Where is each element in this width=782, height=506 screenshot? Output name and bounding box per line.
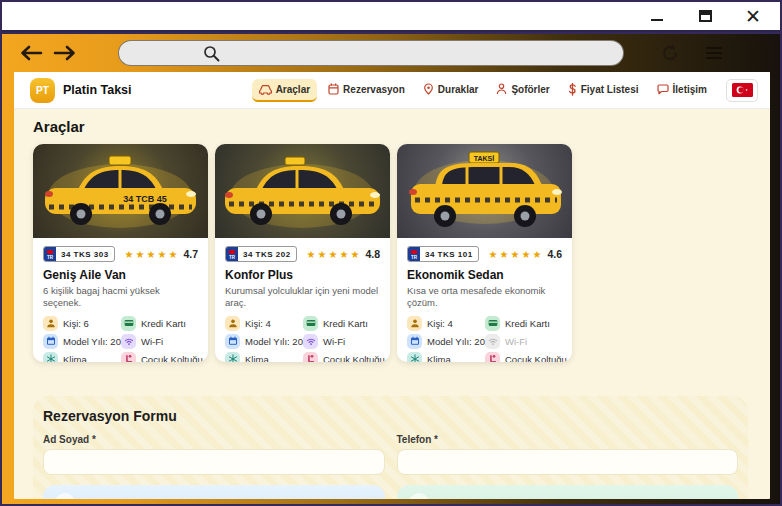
nav-item-duraklar[interactable]: Duraklar [416, 78, 486, 102]
feature-ac: Klima [225, 351, 303, 362]
calendar-icon [328, 83, 339, 95]
turkish-flag-icon [732, 83, 753, 97]
browser-toolbar [2, 34, 780, 72]
feature-label: Kredi Kartı [505, 318, 550, 329]
nav-label: Araçlar [276, 84, 310, 95]
chat-icon [657, 84, 669, 95]
nav-item-fiyat-listesi[interactable]: Fiyat Listesi [561, 78, 646, 103]
feature-child-seat: Çocuk Koltuğu [121, 351, 203, 362]
reload-icon[interactable] [660, 43, 680, 63]
plate-number: 34 TKS 202 [238, 247, 296, 261]
vehicle-card-ekonomik-sedan: TAKSİ [397, 144, 572, 362]
feature-capacity: Kişi: 4 [407, 315, 485, 331]
menu-icon[interactable] [706, 44, 722, 62]
wifi-icon [303, 334, 318, 349]
feature-model-year: Model Yılı: 2023 [43, 333, 121, 349]
vehicle-card-body: TR 34 TKS 202 ★★★★★ 4.8 Konfor Plus Kuru… [215, 238, 390, 362]
main-nav: Araçlar Rezervasyon Du [252, 78, 758, 103]
vehicle-photo: 34 TCB 45 [33, 144, 208, 238]
field-label-ad-soyad: Ad Soyad * [43, 434, 385, 445]
child-seat-icon [121, 352, 136, 363]
nav-item-araclar[interactable]: Araçlar [252, 79, 317, 102]
browser-chrome: PT Platin Taksi Araçlar Rezerva [2, 34, 780, 504]
feature-list: Kişi: 4 Kredi Kartı Model Yılı: 2024 [225, 315, 380, 362]
minimize-icon [651, 19, 663, 21]
taxi-sedan-illustration [215, 144, 390, 238]
feature-model-year: Model Yılı: 2022 [407, 333, 485, 349]
car-icon [259, 84, 272, 95]
taxi-sedan-illustration: 34 TCB 45 [33, 144, 208, 238]
forward-arrow-icon [53, 45, 77, 61]
plate-number: 34 TKS 303 [56, 247, 114, 261]
child-seat-icon [303, 352, 318, 363]
telefon-input[interactable] [397, 449, 739, 475]
feature-credit-card: Kredi Kartı [303, 315, 385, 331]
feature-label: Kredi Kartı [323, 318, 368, 329]
nav-item-rezervasyon[interactable]: Rezervasyon [321, 78, 412, 102]
calendar-icon [407, 334, 422, 349]
person-icon [496, 83, 507, 95]
vehicle-card-konfor-plus: TR 34 TKS 202 ★★★★★ 4.8 Konfor Plus Kuru… [215, 144, 390, 362]
field-telefon: Telefon * [397, 434, 739, 475]
option-panel-blue[interactable] [43, 485, 385, 499]
feature-credit-card: Kredi Kartı [121, 315, 203, 331]
back-arrow-icon [19, 45, 43, 61]
nav-label: Rezervasyon [343, 84, 405, 95]
close-button[interactable]: ✕ [744, 8, 762, 24]
page-content: Araçlar 34 TCB 45 [14, 109, 770, 499]
feature-ac: Klima [407, 351, 485, 362]
nav-item-soforler[interactable]: Şoförler [489, 78, 556, 102]
dollar-icon [568, 83, 577, 96]
close-icon: ✕ [745, 7, 761, 26]
vehicle-card-body: TR 34 TKS 303 ★★★★★ 4.7 Geniş Aile Van 6… [33, 238, 208, 362]
snowflake-icon [43, 352, 58, 363]
map-pin-icon [423, 83, 434, 95]
field-label-telefon: Telefon * [397, 434, 739, 445]
nav-label: İletişim [673, 84, 707, 95]
maximize-button[interactable] [696, 8, 714, 24]
feature-wifi: Wi-Fi [121, 333, 203, 349]
calendar-icon [43, 334, 58, 349]
option-circle-icon [55, 493, 75, 499]
feature-label: Wi-Fi [323, 336, 345, 347]
vehicle-name: Geniş Aile Van [43, 268, 198, 282]
plate-number: 34 TKS 101 [420, 247, 478, 261]
feature-label: Wi-Fi [505, 336, 527, 347]
address-input[interactable] [226, 41, 623, 65]
feature-ac: Klima [43, 351, 121, 362]
bookmark-star-icon[interactable] [748, 42, 770, 64]
address-bar[interactable] [118, 40, 624, 66]
star-rating-icons: ★★★★★ [489, 249, 544, 260]
maximize-icon [699, 10, 712, 22]
feature-label: Kişi: 4 [245, 318, 271, 329]
credit-card-icon [485, 316, 500, 331]
feature-wifi-disabled: Wi-Fi [485, 333, 567, 349]
site-logo: PT [30, 78, 55, 103]
language-flag-button[interactable] [726, 79, 758, 102]
nav-item-iletisim[interactable]: İletişim [650, 79, 714, 102]
nav-label: Duraklar [438, 84, 479, 95]
license-plate: TR 34 TKS 101 [407, 246, 479, 262]
option-panel-green[interactable] [397, 485, 739, 499]
rating-value: 4.6 [547, 248, 562, 260]
feature-label: Çocuk Koltuğu [141, 354, 203, 363]
ad-soyad-input[interactable] [43, 449, 385, 475]
calendar-icon [225, 334, 240, 349]
back-button[interactable] [14, 45, 48, 61]
taxi-van-illustration: TAKSİ [397, 144, 572, 238]
minimize-button[interactable] [648, 8, 666, 24]
feature-wifi: Wi-Fi [303, 333, 385, 349]
feature-list: Kişi: 4 Kredi Kartı Model Yılı: 2022 [407, 315, 562, 362]
star-rating-icons: ★★★★★ [125, 249, 180, 260]
forward-button[interactable] [48, 45, 82, 61]
page-title: Araçlar [33, 118, 751, 135]
search-icon [203, 45, 220, 62]
reservation-form-title: Rezervasyon Formu [43, 408, 738, 424]
star-rating-icons: ★★★★★ [307, 249, 362, 260]
license-plate: TR 34 TKS 303 [43, 246, 115, 262]
rating-value: 4.7 [183, 248, 198, 260]
vehicle-card-genis-aile-van: 34 TCB 45 TR 34 TKS 303 [33, 144, 208, 362]
child-seat-icon [485, 352, 500, 363]
feature-label: Klima [427, 354, 451, 363]
feature-list: Kişi: 6 Kredi Kartı Model Yılı: 2023 [43, 315, 198, 362]
